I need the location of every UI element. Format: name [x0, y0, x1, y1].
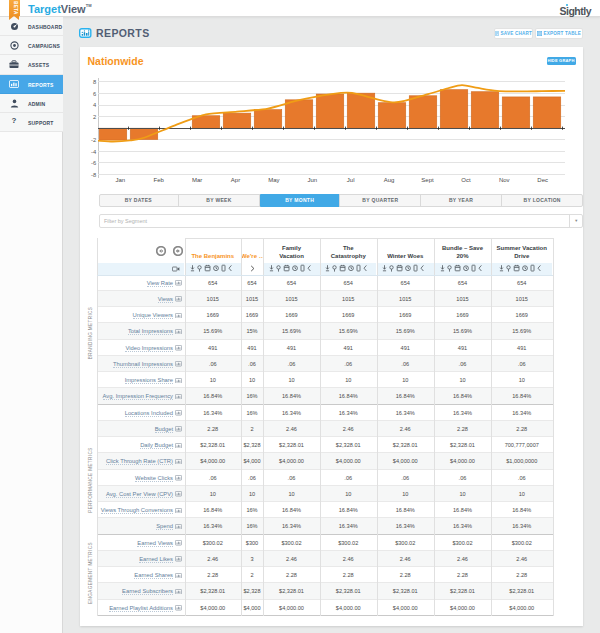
svg-text:Jul: Jul [347, 177, 355, 183]
svg-text:-6: -6 [91, 160, 96, 166]
svg-text:6: 6 [93, 91, 96, 97]
svg-text:Apr: Apr [231, 177, 240, 183]
svg-text:Jun: Jun [307, 177, 317, 183]
svg-text:Sept: Sept [421, 177, 434, 183]
svg-text:-2: -2 [91, 137, 96, 143]
svg-text:Oct: Oct [461, 177, 471, 183]
svg-text:2: 2 [93, 114, 96, 120]
svg-text:Feb: Feb [154, 177, 165, 183]
svg-text:Jan: Jan [115, 177, 125, 183]
svg-text:8: 8 [93, 79, 96, 85]
svg-text:-4: -4 [91, 149, 97, 155]
svg-text:May: May [268, 177, 279, 183]
svg-text:Mar: Mar [192, 177, 202, 183]
svg-text:4: 4 [93, 102, 97, 108]
svg-text:Nov: Nov [499, 177, 510, 183]
svg-text:Aug: Aug [384, 177, 395, 183]
svg-text:Dec: Dec [537, 177, 548, 183]
svg-text:-8: -8 [91, 172, 96, 178]
